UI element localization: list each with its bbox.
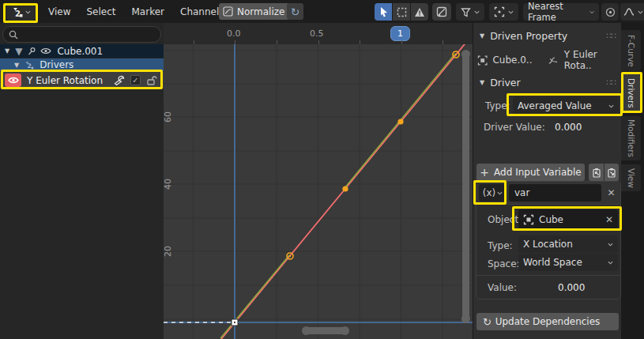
eye-icon[interactable] bbox=[40, 47, 51, 55]
paste-variable-button[interactable] bbox=[604, 164, 619, 181]
pivot-point-dropdown[interactable] bbox=[489, 3, 518, 21]
lock-open-icon[interactable] bbox=[146, 75, 157, 85]
graph-view[interactable]: 204060 bbox=[164, 44, 473, 339]
divider bbox=[476, 275, 620, 276]
snap-mode-dropdown[interactable]: Nearest Frame bbox=[523, 3, 599, 21]
tab-f-curve[interactable]: F-Curve bbox=[621, 30, 641, 71]
driven-object-label[interactable]: Cube.0.. bbox=[492, 55, 532, 66]
chevron-down-icon bbox=[608, 243, 613, 247]
chevron-down-icon bbox=[474, 10, 480, 14]
driver-panel-header[interactable]: ▼ Driver ∷∷ bbox=[473, 73, 622, 92]
variable-object-field[interactable]: Cube ✕ bbox=[518, 209, 618, 229]
box-select-tool-button[interactable] bbox=[393, 3, 410, 21]
drivers-group-label: Drivers bbox=[40, 59, 73, 70]
search-icon bbox=[8, 29, 19, 40]
expand-triangle-icon[interactable]: ▼ bbox=[14, 62, 19, 69]
object-name-label: Cube.001 bbox=[57, 46, 103, 57]
panel-grip-icon[interactable]: ∷∷ bbox=[606, 77, 616, 88]
normalize-icon bbox=[223, 6, 233, 17]
curve-box-button[interactable] bbox=[432, 3, 451, 21]
horizontal-scrollbar[interactable] bbox=[304, 327, 347, 334]
cursor-arrow-icon bbox=[378, 6, 389, 17]
driven-property-panel-header[interactable]: ▼ Driven Property ∷∷ bbox=[473, 26, 622, 45]
time-ruler[interactable]: 0.0 0.5 1 bbox=[164, 23, 473, 44]
channel-row-drivers[interactable]: ▼ 2 Drivers bbox=[0, 58, 164, 71]
svg-text:2: 2 bbox=[15, 9, 21, 18]
normalize-button[interactable]: Normalize bbox=[219, 3, 291, 20]
clear-object-button[interactable]: ✕ bbox=[605, 214, 613, 225]
sidebar-tab-column: F-Curve Drivers Modifiers View bbox=[621, 23, 644, 339]
variable-space-dropdown[interactable]: World Space bbox=[518, 254, 618, 271]
add-input-variable-button[interactable]: + Add Input Variable bbox=[476, 164, 585, 181]
refresh-icon: ↻ bbox=[291, 6, 300, 18]
tab-drivers[interactable]: Drivers bbox=[621, 74, 641, 112]
fcurve-icon bbox=[548, 55, 559, 66]
channel-row-object[interactable]: ▼ ▼ Cube.001 bbox=[0, 44, 164, 58]
driver-type-value: Averaged Value bbox=[518, 100, 592, 111]
normalize-refresh-button[interactable]: ↻ bbox=[287, 3, 303, 20]
editor-type-dropdown[interactable]: 2 bbox=[6, 4, 36, 21]
menu-select[interactable]: Select bbox=[81, 4, 121, 20]
variable-channel-type-dropdown[interactable]: X Location bbox=[518, 235, 618, 253]
driver-panel-title: Driver bbox=[490, 77, 520, 89]
variable-object-label: Object: bbox=[488, 214, 522, 225]
channel-name-label: Y Euler Rotation bbox=[27, 75, 103, 86]
menu-view[interactable]: View bbox=[43, 4, 76, 20]
channel-region: ▼ ▼ Cube.001 ▼ 2 Drivers bbox=[0, 23, 164, 339]
delete-variable-button[interactable]: ✕ bbox=[604, 184, 619, 202]
menu-channel[interactable]: Channel bbox=[175, 4, 224, 20]
update-dependencies-button[interactable]: ↻ Update Dependencies bbox=[476, 313, 619, 330]
driven-property-label[interactable]: Y Euler Rota.. bbox=[564, 49, 621, 71]
variable-type-dropdown[interactable]: (x) bbox=[479, 184, 507, 202]
falloff-dropdown[interactable] bbox=[620, 3, 644, 21]
tweak-tool-button[interactable] bbox=[375, 3, 392, 21]
curve-box-icon bbox=[436, 6, 447, 17]
driver-curve-plot: 204060 bbox=[164, 44, 473, 339]
object-icon bbox=[523, 214, 534, 225]
drivers-group-icon: 2 bbox=[24, 60, 35, 70]
channel-visibility-toggle[interactable] bbox=[5, 73, 21, 87]
vertical-scrollbar[interactable] bbox=[462, 52, 469, 321]
variable-value: 0.000 bbox=[558, 282, 585, 293]
copy-variable-button[interactable] bbox=[589, 164, 604, 181]
channel-row-y-euler-rotation[interactable]: Y Euler Rotation ✓ bbox=[0, 72, 164, 89]
tab-modifiers[interactable]: Modifiers bbox=[621, 116, 641, 160]
variable-space-label: Space: bbox=[488, 258, 520, 269]
plus-icon: + bbox=[480, 166, 489, 179]
menu-marker[interactable]: Marker bbox=[126, 4, 170, 20]
chevron-down-icon bbox=[589, 10, 594, 14]
chevron-down-icon bbox=[638, 10, 643, 14]
proportional-edit-button[interactable] bbox=[601, 3, 619, 21]
update-dependencies-label: Update Dependencies bbox=[495, 316, 601, 327]
collapse-triangle-icon[interactable]: ▼ bbox=[480, 32, 484, 40]
svg-text:20: 20 bbox=[164, 246, 173, 257]
svg-text:2: 2 bbox=[28, 62, 32, 70]
tab-view[interactable]: View bbox=[621, 164, 641, 191]
add-input-variable-label: Add Input Variable bbox=[494, 167, 582, 178]
chevron-down-icon bbox=[497, 191, 503, 195]
menubar: 2 View Select Marker Channel Key Normali… bbox=[0, 0, 644, 23]
filter-dropdown[interactable] bbox=[456, 3, 484, 21]
chevron-down-icon bbox=[25, 10, 31, 14]
variable-channel-type-label: Type: bbox=[488, 240, 513, 251]
drivers-editor-window: 2 View Select Marker Channel Key Normali… bbox=[0, 0, 644, 339]
collapse-triangle-icon[interactable]: ▼ bbox=[480, 79, 484, 86]
channel-search-input[interactable] bbox=[2, 26, 161, 43]
pin-icon[interactable] bbox=[27, 47, 36, 56]
driven-property-breadcrumb: Cube.0.. Y Euler Rota.. bbox=[477, 49, 621, 71]
variable-name-field[interactable]: var bbox=[509, 184, 601, 202]
clipboard-up-icon bbox=[592, 168, 601, 178]
svg-text:60: 60 bbox=[164, 111, 173, 122]
box-select-icon bbox=[397, 7, 407, 17]
annotate-warning-button[interactable] bbox=[411, 3, 428, 21]
current-frame-badge[interactable]: 1 bbox=[390, 26, 410, 41]
refresh-icon: ↻ bbox=[483, 316, 491, 328]
wrench-icon[interactable] bbox=[114, 75, 125, 86]
expand-triangle-icon[interactable]: ▼ bbox=[5, 47, 9, 55]
snap-mode-value: Nearest Frame bbox=[528, 1, 586, 23]
panel-grip-icon[interactable]: ∷∷ bbox=[606, 31, 616, 41]
driver-type-dropdown[interactable]: Averaged Value bbox=[513, 96, 619, 115]
channel-mute-checkbox[interactable]: ✓ bbox=[130, 75, 141, 85]
variable-header-row: (x) var ✕ bbox=[476, 182, 620, 205]
variable-type-value: (x) bbox=[483, 187, 495, 198]
